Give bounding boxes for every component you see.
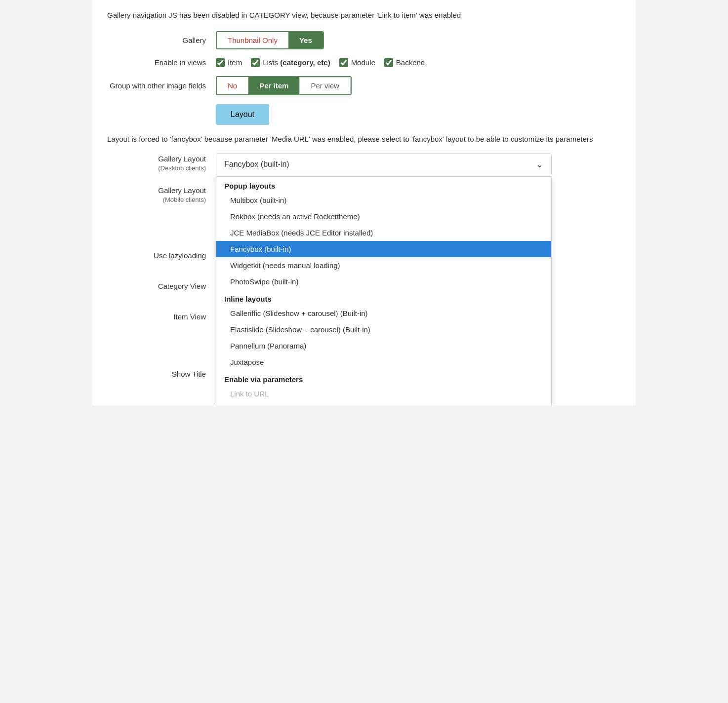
gallery-layout-desktop-dropdown[interactable]: Fancybox (built-in) ⌄ [216,154,552,175]
gallery-layout-mobile-label-text: Gallery Layout [107,185,206,195]
group-per-item-btn[interactable]: Per item [248,77,299,94]
inline-layouts-header: Inline layouts [216,290,551,305]
gallery-thumbnail-only-btn[interactable]: Thunbnail Only [217,32,288,48]
group-no-btn[interactable]: No [217,77,248,94]
enable-lists-checkbox-wrapper[interactable]: Lists (category, etc) [251,58,330,67]
gallery-layout-desktop-selected: Fancybox (built-in) [224,160,289,169]
enable-in-views-label: Enable in views [107,58,216,67]
group-per-view-btn[interactable]: Per view [299,77,351,94]
group-image-fields-row: Group with other image fields No Per ite… [107,76,621,95]
juxtapose-option[interactable]: Juxtapose [216,354,551,370]
enable-lists-label: Lists (category, etc) [263,58,330,67]
gallery-layout-desktop-label-text: Gallery Layout [107,154,206,164]
multibox-option[interactable]: Multibox (built-in) [216,192,551,208]
gallery-row: Gallery Thunbnail Only Yes [107,31,621,49]
enable-item-checkbox-wrapper[interactable]: Item [216,58,242,67]
gallery-layout-desktop-label: Gallery Layout (Desktop clients) [107,154,216,173]
item-view-label: Item View [107,312,216,321]
gallery-toggle-group: Thunbnail Only Yes [216,31,324,49]
gallery-layout-desktop-row: Gallery Layout (Desktop clients) Fancybo… [107,154,621,175]
enable-module-label: Module [351,58,375,67]
use-lazyloading-label: Use lazyloading [107,251,216,260]
layout-tab-row: Layout [107,104,621,125]
jce-mediabox-option[interactable]: JCE MediaBox (needs JCE Editor installed… [216,225,551,241]
elastislide-option[interactable]: Elastislide (Slideshow + carousel) (Buil… [216,321,551,338]
layout-tab-button[interactable]: Layout [216,104,269,125]
widgetkit-option[interactable]: Widgetkit (needs manual loading) [216,257,551,273]
page-container: Gallery navigation JS has been disabled … [92,0,636,405]
enable-item-label: Item [228,58,242,67]
rokbox-option[interactable]: Rokbox (needs an active Rockettheme) [216,208,551,225]
gallery-js-disabled-notice: Gallery navigation JS has been disabled … [107,10,621,21]
group-image-fields-toggle: No Per item Per view [216,76,352,95]
gallery-layout-desktop-dropdown-list: Popup layouts Multibox (built-in) Rokbox… [216,176,552,405]
gallery-yes-btn[interactable]: Yes [288,32,323,48]
category-view-label: Category View [107,282,216,290]
enable-lists-sublabel: (category, etc) [280,58,330,67]
enable-in-views-checkboxes: Item Lists (category, etc) Module Backen… [216,58,425,67]
gallery-layout-mobile-label: Gallery Layout (Mobile clients) [107,185,216,204]
enable-module-checkbox[interactable] [339,58,348,67]
enable-backend-label: Backend [396,58,425,67]
chevron-down-icon: ⌄ [536,159,543,170]
enable-item-checkbox[interactable] [216,58,225,67]
gallery-label: Gallery [107,36,216,44]
layout-forced-notice: Layout is forced to 'fancybox' because p… [107,134,621,145]
link-to-url-option: Link to URL [216,386,551,402]
fancybox-option[interactable]: Fancybox (built-in) [216,241,551,257]
enable-via-parameters-header: Enable via parameters [216,370,551,386]
show-title-label: Show Title [107,370,216,378]
group-image-fields-label: Group with other image fields [107,80,216,91]
popup-layouts-header: Popup layouts [216,177,551,192]
pannellum-option[interactable]: Pannellum (Panorama) [216,338,551,354]
galleriffic-option[interactable]: Galleriffic (Slideshow + carousel) (Buil… [216,305,551,321]
enable-in-views-row: Enable in views Item Lists (category, et… [107,58,621,67]
group-image-fields-label-text: Group with other image fields [110,81,206,90]
gallery-layout-desktop-dropdown-wrapper: Fancybox (built-in) ⌄ Popup layouts Mult… [216,154,552,175]
link-to-item-option: Link to item [216,402,551,405]
enable-module-checkbox-wrapper[interactable]: Module [339,58,375,67]
gallery-layout-mobile-sublabel: (Mobile clients) [107,195,206,204]
enable-backend-checkbox-wrapper[interactable]: Backend [384,58,425,67]
enable-lists-checkbox[interactable] [251,58,260,67]
enable-backend-checkbox[interactable] [384,58,393,67]
photoswipe-option[interactable]: PhotoSwipe (built-in) [216,273,551,290]
gallery-layout-desktop-sublabel: (Desktop clients) [107,164,206,173]
